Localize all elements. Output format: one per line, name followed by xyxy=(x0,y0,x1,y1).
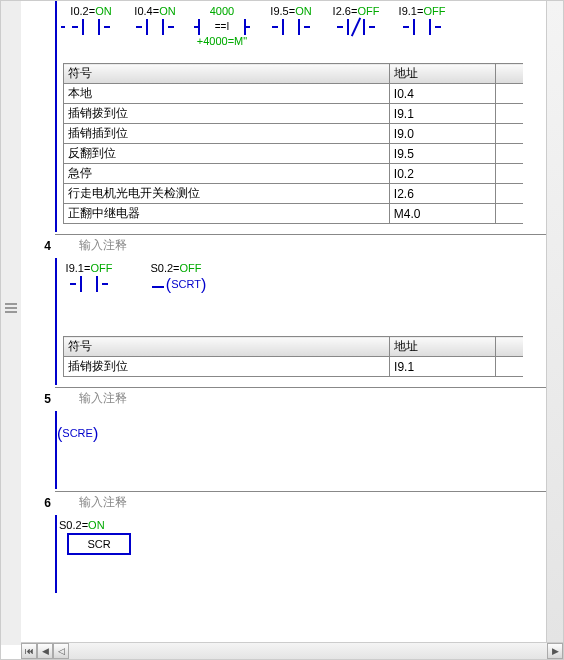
table-row[interactable]: 正翻中继电器M4.0 xyxy=(64,204,524,224)
symbol-table[interactable]: 符号 地址 插销拨到位I9.1 xyxy=(63,336,523,377)
rung-4: 4 输入注释 I9.1=OFF S0.2=OFF SCRT xyxy=(55,237,563,388)
rung-number: 5 xyxy=(31,392,51,406)
symbol-table-top: 符号 地址 本地I0.4 插销拨到位I9.1 插销插到位I9.0 反翻到位I9.… xyxy=(59,63,563,224)
contact-row: I0.2=ON I0.4=ON 4000 ==I +4000=M" xyxy=(61,5,563,55)
scroll-track[interactable] xyxy=(69,643,547,659)
coil-scre[interactable]: SCRE xyxy=(59,415,563,443)
contact-I0.4[interactable]: I0.4=ON xyxy=(125,5,185,51)
splitter-handle[interactable] xyxy=(1,301,21,361)
left-gutter xyxy=(1,1,22,645)
col-extra xyxy=(495,64,523,84)
rung-number: 6 xyxy=(31,496,51,510)
horizontal-scrollbar[interactable]: ⏮ ◀ ◁ ▶ xyxy=(21,642,563,659)
scr-box[interactable]: S0.2=ON SCR xyxy=(59,519,139,555)
col-address: 地址 xyxy=(390,337,496,357)
table-row[interactable]: 反翻到位I9.5 xyxy=(64,144,524,164)
ladder-content[interactable]: I0.2=ON I0.4=ON 4000 ==I +4000=M" xyxy=(21,1,563,645)
col-extra xyxy=(495,337,523,357)
contact-I9.1[interactable]: I9.1=OFF xyxy=(391,5,453,51)
scroll-left-icon[interactable]: ◀ xyxy=(37,643,53,659)
col-symbol: 符号 xyxy=(64,64,390,84)
contact-I2.6-nc[interactable]: I2.6=OFF xyxy=(325,5,387,51)
table-row[interactable]: 急停I0.2 xyxy=(64,164,524,184)
scroll-left2-icon[interactable]: ◁ xyxy=(53,643,69,659)
col-symbol: 符号 xyxy=(64,337,390,357)
symbol-table[interactable]: 符号 地址 本地I0.4 插销拨到位I9.1 插销插到位I9.0 反翻到位I9.… xyxy=(63,63,523,224)
rung-5: 5 输入注释 SCRE xyxy=(55,390,563,492)
rung-partial-top: I0.2=ON I0.4=ON 4000 ==I +4000=M" xyxy=(55,1,563,235)
vertical-scrollbar[interactable] xyxy=(546,1,563,645)
contact-I9.5[interactable]: I9.5=ON xyxy=(261,5,321,51)
table-row[interactable]: 插销拨到位I9.1 xyxy=(64,104,524,124)
symbol-table-r4: 符号 地址 插销拨到位I9.1 xyxy=(59,336,563,377)
rung-comment[interactable]: 输入注释 xyxy=(79,390,563,407)
rung-comment[interactable]: 输入注释 xyxy=(79,494,563,511)
rung-number: 4 xyxy=(31,239,51,253)
compare-box[interactable]: 4000 ==I +4000=M" xyxy=(187,5,257,51)
table-row[interactable]: 本地I0.4 xyxy=(64,84,524,104)
table-row[interactable]: 插销插到位I9.0 xyxy=(64,124,524,144)
scroll-right-icon[interactable]: ▶ xyxy=(547,643,563,659)
editor-viewport: I0.2=ON I0.4=ON 4000 ==I +4000=M" xyxy=(0,0,564,660)
table-header-row: 符号 地址 xyxy=(64,64,524,84)
table-header-row: 符号 地址 xyxy=(64,337,524,357)
table-row[interactable]: 插销拨到位I9.1 xyxy=(64,357,524,377)
contact-I0.2[interactable]: I0.2=ON xyxy=(61,5,121,51)
table-row[interactable]: 行走电机光电开关检测位I2.6 xyxy=(64,184,524,204)
col-address: 地址 xyxy=(389,64,495,84)
rung-comment[interactable]: 输入注释 xyxy=(79,237,563,254)
contact-I9.1[interactable]: I9.1=OFF xyxy=(59,262,119,308)
rung-6: 6 输入注释 S0.2=ON SCR xyxy=(55,494,563,595)
coil-scrt[interactable]: S0.2=OFF SCRT xyxy=(121,262,231,308)
scroll-first-icon[interactable]: ⏮ xyxy=(21,643,37,659)
